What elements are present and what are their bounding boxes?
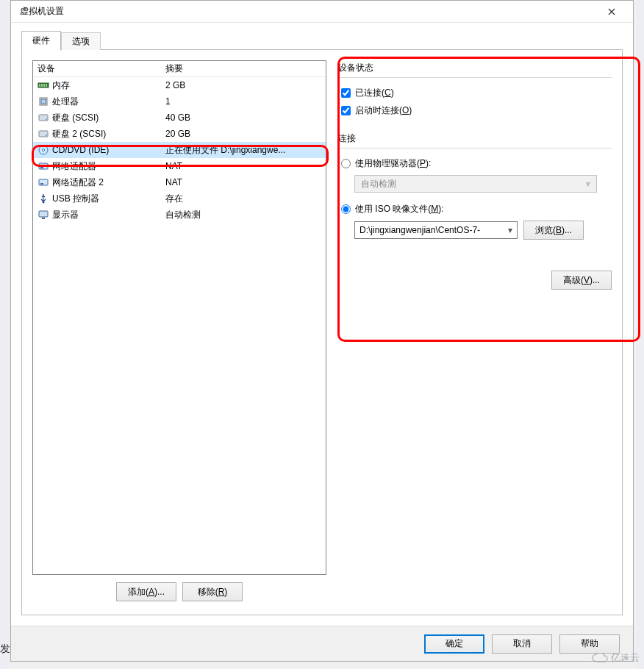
tab-hardware-page: 设备 摘要 内存2 GB处理器1硬盘 (SCSI)40 GB硬盘 2 (SCSI… — [21, 50, 623, 615]
device-row[interactable]: 硬盘 (SCSI)40 GB — [33, 110, 326, 126]
device-row[interactable]: USB 控制器存在 — [33, 190, 326, 207]
group-title-connection: 连接 — [338, 132, 612, 149]
device-summary: 存在 — [162, 193, 326, 205]
nic-icon — [37, 176, 49, 188]
advanced-button[interactable]: 高级(V)... — [551, 271, 612, 290]
window-title: 虚拟机设置 — [17, 5, 596, 18]
header-device: 设备 — [33, 62, 162, 75]
svg-rect-4 — [46, 84, 47, 87]
device-row[interactable]: 网络适配器NAT — [33, 158, 326, 174]
svg-rect-14 — [40, 167, 43, 168]
titlebar: 虚拟机设置 — [11, 1, 633, 23]
close-button[interactable] — [596, 1, 627, 23]
help-button[interactable]: 帮助 — [559, 634, 620, 654]
svg-rect-16 — [40, 183, 43, 185]
device-name: 网络适配器 2 — [52, 176, 104, 189]
device-list[interactable]: 设备 摘要 内存2 GB处理器1硬盘 (SCSI)40 GB硬盘 2 (SCSI… — [32, 60, 326, 575]
browse-button[interactable]: 浏览(B)... — [523, 221, 584, 240]
device-list-header: 设备 摘要 — [33, 61, 326, 77]
device-row[interactable]: 硬盘 2 (SCSI)20 GB — [33, 126, 326, 142]
device-summary: 1 — [162, 96, 326, 107]
radio-iso-label: 使用 ISO 映像文件(M): — [355, 203, 444, 215]
page-bg-char: 发 — [0, 643, 10, 656]
device-row[interactable]: CD/DVD (IDE)正在使用文件 D:\jingxiangwe... — [33, 142, 326, 158]
group-title-status: 设备状态 — [338, 62, 612, 78]
device-summary: 2 GB — [162, 80, 326, 90]
device-name: 网络适配器 — [52, 160, 96, 173]
svg-rect-3 — [43, 84, 45, 87]
vm-settings-dialog: 虚拟机设置 硬件 选项 设备 摘要 内存2 GB处理器1硬盘 (SCSI)40 … — [10, 0, 634, 662]
svg-point-8 — [46, 118, 47, 120]
device-name: 内存 — [52, 79, 70, 92]
device-summary: NAT — [162, 177, 326, 187]
svg-point-17 — [43, 201, 45, 204]
device-name: 硬盘 (SCSI) — [52, 112, 99, 124]
radio-iso[interactable]: 使用 ISO 映像文件(M): — [338, 200, 612, 218]
check-connected-input[interactable] — [341, 88, 351, 98]
device-name: CD/DVD (IDE) — [52, 145, 109, 155]
device-summary: 20 GB — [162, 129, 326, 139]
watermark: 亿速云 — [592, 651, 640, 665]
hdd-icon — [37, 128, 49, 140]
check-connect-at-power[interactable]: 启动时连接(O) — [338, 101, 612, 119]
device-row[interactable]: 处理器1 — [33, 93, 326, 110]
svg-rect-6 — [41, 99, 46, 104]
device-name: 硬盘 2 (SCSI) — [52, 128, 106, 140]
device-row[interactable]: 显示器自动检测 — [33, 207, 326, 223]
device-name: 显示器 — [52, 209, 79, 221]
hdd-icon — [37, 112, 49, 124]
ok-button[interactable]: 确定 — [424, 634, 484, 654]
svg-rect-19 — [42, 218, 45, 219]
device-name: USB 控制器 — [52, 193, 99, 205]
svg-rect-1 — [39, 84, 40, 87]
close-icon — [608, 8, 615, 15]
device-summary: 正在使用文件 D:\jingxiangwe... — [162, 144, 326, 157]
check-connected-label: 已连接(C) — [355, 87, 394, 99]
device-row[interactable]: 内存2 GB — [33, 77, 326, 93]
iso-path-combo[interactable]: D:\jingxiangwenjian\CentOS-7- — [354, 221, 518, 239]
device-summary: 自动检测 — [162, 209, 326, 221]
svg-rect-2 — [41, 84, 43, 87]
radio-iso-input[interactable] — [341, 204, 351, 214]
display-icon — [37, 209, 49, 221]
add-button[interactable]: 添加(A)... — [116, 582, 176, 601]
header-summary: 摘要 — [162, 62, 326, 75]
memory-icon — [37, 79, 49, 91]
cpu-icon — [37, 96, 49, 107]
check-connected[interactable]: 已连接(C) — [338, 84, 612, 101]
device-row[interactable]: 网络适配器 2NAT — [33, 174, 326, 190]
cloud-icon — [592, 653, 608, 663]
group-connection: 连接 使用物理驱动器(P): 自动检测 使用 ISO 映像文件(M): D:\j… — [338, 132, 612, 240]
check-connect-at-power-label: 启动时连接(O) — [355, 104, 412, 117]
device-summary: 40 GB — [162, 112, 326, 123]
cd-icon — [37, 144, 49, 156]
cancel-button[interactable]: 取消 — [492, 634, 552, 654]
svg-point-10 — [46, 135, 47, 136]
check-connect-at-power-input[interactable] — [341, 106, 351, 115]
watermark-text: 亿速云 — [611, 651, 640, 665]
nic-icon — [37, 160, 49, 172]
remove-button[interactable]: 移除(R) — [182, 582, 243, 601]
svg-rect-18 — [39, 211, 48, 217]
radio-physical-input[interactable] — [341, 159, 351, 168]
tab-hardware[interactable]: 硬件 — [21, 31, 61, 51]
dialog-footer: 确定 取消 帮助 — [11, 626, 633, 661]
radio-physical-label: 使用物理驱动器(P): — [355, 157, 431, 170]
device-name: 处理器 — [52, 96, 79, 108]
device-summary: NAT — [162, 161, 326, 171]
radio-physical[interactable]: 使用物理驱动器(P): — [338, 154, 612, 172]
svg-point-12 — [42, 149, 44, 151]
tab-options[interactable]: 选项 — [61, 32, 101, 50]
group-device-status: 设备状态 已连接(C) 启动时连接(O) — [338, 62, 612, 119]
tabstrip: 硬件 选项 — [21, 30, 623, 50]
usb-icon — [37, 193, 49, 204]
physical-drive-select: 自动检测 — [354, 175, 597, 193]
